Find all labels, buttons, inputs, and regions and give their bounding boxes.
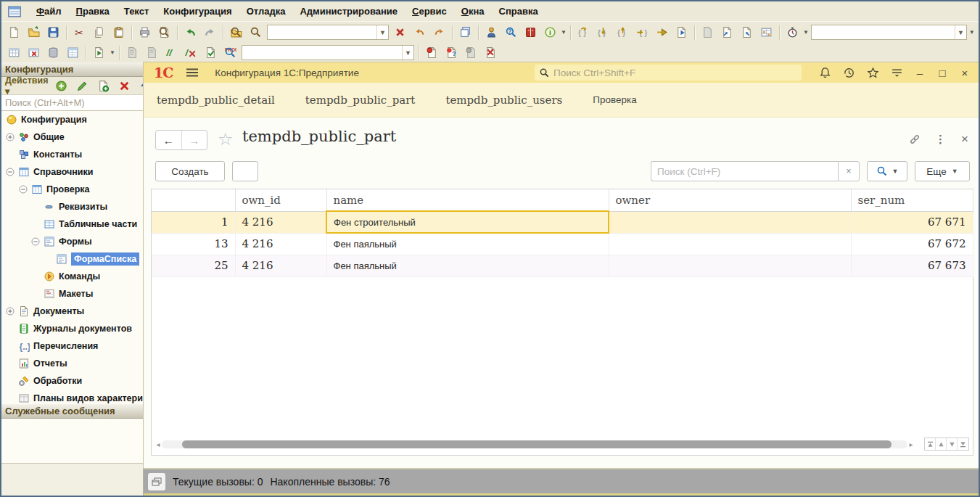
table-x-icon[interactable] [24, 44, 44, 62]
stack-doc-icon[interactable] [698, 24, 717, 41]
more-actions-button[interactable]: Еще▼ [915, 161, 970, 181]
tree-item-configuration[interactable]: Конфигурация [1, 111, 143, 128]
scroll-right-icon[interactable]: ▸ [907, 440, 915, 448]
expand-plus-icon[interactable] [6, 133, 15, 141]
col-own-id[interactable]: own_id [235, 189, 326, 211]
menu-file[interactable]: Файл [36, 6, 62, 17]
go-to-def-icon[interactable] [652, 24, 672, 41]
cell-own-id[interactable]: 4 216 [235, 255, 326, 276]
scroll-left-icon[interactable]: ◂ [155, 440, 162, 448]
bp-set-icon[interactable] [422, 44, 442, 62]
save-icon[interactable] [44, 24, 63, 41]
actions-menu[interactable]: Действия ▾ [5, 75, 48, 96]
horizontal-scrollbar[interactable]: ◂ ▸ [155, 440, 915, 449]
tree-item-templates[interactable]: Макеты [1, 285, 143, 303]
page-close-icon[interactable]: × [961, 132, 968, 147]
cell-owner[interactable] [609, 233, 851, 255]
table-grid-icon[interactable] [4, 44, 24, 62]
cell-ser-num[interactable]: 67 672 [851, 233, 973, 255]
back-arrow-button[interactable]: ← [156, 131, 181, 149]
cell-ser-num[interactable]: 67 671 [851, 211, 973, 233]
tab-proverka[interactable]: Проверка [593, 94, 636, 105]
go-last-icon[interactable] [958, 438, 968, 450]
database-icon[interactable] [44, 44, 63, 62]
close-button[interactable]: × [957, 67, 973, 79]
step-into-icon[interactable]: { } [593, 24, 613, 41]
create-button[interactable]: Создать [155, 161, 225, 181]
call-back-icon[interactable] [410, 24, 429, 41]
functions-menu-icon[interactable] [888, 64, 905, 81]
search-options-button[interactable]: ▼ [867, 161, 907, 181]
menu-administration[interactable]: Администрирование [300, 6, 398, 17]
bp-cond-icon[interactable]: ? [442, 44, 461, 62]
cell-name-selected[interactable]: Фен строительный [326, 211, 609, 233]
tree-item-common[interactable]: Общие [1, 128, 143, 146]
col-ser-num[interactable]: ser_num [851, 189, 973, 211]
tab-tempdb-public-part[interactable]: tempdb_public_part [305, 94, 416, 107]
tree-item-forms[interactable]: Формы [1, 233, 143, 250]
print-preview-icon[interactable] [155, 24, 174, 41]
redo-icon[interactable] [200, 24, 220, 41]
toolbar-combobox[interactable]: ▼ [267, 25, 389, 40]
tree-item-commands[interactable]: Команды [1, 268, 143, 285]
frame-doc2-icon[interactable] [737, 24, 757, 41]
stopwatch-icon[interactable] [783, 24, 802, 41]
copy-icon[interactable] [89, 24, 109, 41]
doc-gray-icon[interactable] [123, 44, 142, 62]
dropdown-caret-icon[interactable]: ▼ [803, 29, 809, 36]
menu-help[interactable]: Справка [499, 6, 538, 17]
col-name[interactable]: name [326, 189, 609, 211]
copy-add-icon[interactable] [95, 78, 111, 94]
paste-icon[interactable] [109, 24, 128, 41]
step-out-icon[interactable]: { } [613, 24, 633, 41]
global-search-input[interactable]: Поиск Ctrl+Shift+F [535, 65, 802, 81]
dropdown-caret-icon[interactable]: ▼ [110, 49, 115, 56]
table-row[interactable]: 13 4 216 Фен паяльный 67 672 [152, 233, 973, 255]
menu-windows[interactable]: Окна [461, 6, 485, 17]
kebab-menu-icon[interactable]: ⋮ [935, 133, 947, 146]
cut-icon[interactable]: ✂ [70, 24, 89, 41]
print-icon[interactable] [135, 24, 155, 41]
proc-find-icon[interactable]: PROC [221, 44, 240, 62]
cell-own-id[interactable]: 4 216 [235, 211, 326, 233]
dropdown-caret-icon[interactable]: ▼ [969, 29, 975, 36]
find-in-folder-icon[interactable] [226, 24, 246, 41]
table-row[interactable]: 25 4 216 Фен паяльный 67 673 [152, 255, 973, 276]
get-link-icon[interactable] [909, 134, 921, 145]
go-up-icon[interactable] [936, 438, 947, 450]
delete-icon[interactable] [116, 78, 132, 94]
windows-cascade-icon[interactable] [148, 473, 165, 490]
edit-icon[interactable] [74, 78, 90, 94]
doc-gray2-icon[interactable] [142, 44, 162, 62]
favorites-star-icon[interactable] [864, 64, 881, 81]
undo-icon[interactable] [181, 24, 200, 41]
step-over-icon[interactable]: { } [574, 24, 593, 41]
history-icon[interactable] [840, 64, 857, 81]
info-icon[interactable]: i [540, 24, 560, 41]
table-row[interactable]: 1 4 216 Фен строительный 67 671 [152, 211, 973, 233]
frame-doc-icon[interactable] [717, 24, 737, 41]
help-find-icon[interactable]: ? [501, 24, 521, 41]
bp-clear-icon[interactable] [481, 44, 501, 62]
favorite-star-icon[interactable]: ☆ [218, 129, 234, 149]
help-book-icon[interactable] [521, 24, 540, 41]
cell-rownum[interactable]: 13 [152, 233, 235, 255]
clear-search-button[interactable]: × [838, 161, 860, 181]
col-rownum[interactable] [152, 189, 235, 211]
tree-item-tabular-sections[interactable]: Табличные части [1, 215, 143, 233]
run-next-icon[interactable] [89, 44, 109, 62]
expand-minus-icon[interactable] [31, 237, 40, 246]
tree-item-constants[interactable]: Константы [1, 146, 143, 163]
cell-owner[interactable] [609, 211, 851, 233]
cell-rownum[interactable]: 1 [152, 211, 235, 233]
maximize-button[interactable]: □ [934, 67, 950, 79]
module-check-icon[interactable] [201, 44, 221, 62]
tree-item-list-form[interactable]: ФормаСписка [1, 250, 143, 268]
add-icon[interactable] [53, 78, 69, 94]
tab-tempdb-public-users[interactable]: tempdb_public_users [445, 94, 562, 107]
menu-service[interactable]: Сервис [412, 6, 447, 17]
stack-table-icon[interactable] [757, 24, 776, 41]
dropdown-caret-icon[interactable]: ▼ [561, 29, 567, 36]
menu-configuration[interactable]: Конфигурация [163, 6, 231, 17]
go-first-icon[interactable] [925, 438, 936, 450]
